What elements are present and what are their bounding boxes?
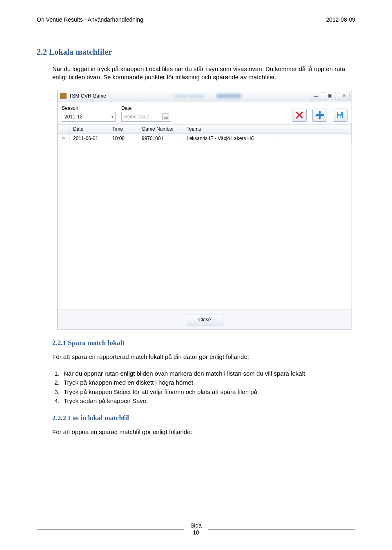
header-right: 2012-08-09 xyxy=(326,16,355,23)
delete-button[interactable] xyxy=(292,109,307,122)
col-header-teams[interactable]: Teams xyxy=(183,125,272,134)
date-field: Date Select Date.. xyxy=(121,105,171,122)
subsection1-intro: För att spara en rapporterad match lokal… xyxy=(52,353,355,361)
list-item: Tryck på knappen med en diskett i högra … xyxy=(61,378,355,387)
floppy-disk-icon xyxy=(336,111,344,119)
plus-icon xyxy=(315,111,324,120)
window-title: TSM OVR Game xyxy=(69,93,106,99)
titlebar-blurred-area: Game Number xyxy=(106,94,310,98)
svg-rect-1 xyxy=(338,112,341,114)
season-label: Season xyxy=(62,105,116,111)
cell-teams: Leksands IF - Växjö Lakers HC xyxy=(183,134,272,143)
close-window-button[interactable]: ✕ xyxy=(338,92,350,100)
cell-date: 2011-06-01 xyxy=(70,134,109,143)
date-label: Date xyxy=(121,105,171,111)
save-button[interactable] xyxy=(333,109,347,122)
table-row[interactable]: > 2011-06-01 10:00 99701001 Leksands IF … xyxy=(58,134,352,143)
list-item: Tryck på knappen Select för att välja fi… xyxy=(61,387,355,397)
subsection2-intro: För att öppna en sparad matchfil gör enl… xyxy=(52,428,355,436)
svg-point-3 xyxy=(339,116,341,117)
maximize-button[interactable]: ▣ xyxy=(324,92,336,100)
date-picker[interactable]: Select Date.. xyxy=(121,112,171,122)
close-dialog-button[interactable]: Close xyxy=(186,314,223,325)
page-footer: Sida 10 xyxy=(37,522,355,536)
cell-game-number: 99701001 xyxy=(138,134,183,143)
grid-body: > 2011-06-01 10:00 99701001 Leksands IF … xyxy=(58,134,352,310)
season-combo[interactable]: 2011-12 ▾ xyxy=(62,112,116,122)
list-item: När du öppnar rutan enligt bilden ovan m… xyxy=(61,369,355,379)
minimize-button[interactable]: — xyxy=(310,92,322,100)
season-value: 2011-12 xyxy=(65,114,82,120)
calendar-icon xyxy=(163,114,169,120)
chevron-down-icon: ▾ xyxy=(111,115,114,119)
page-number-block: Sida 10 xyxy=(184,522,208,536)
window-controls: — ▣ ✕ xyxy=(310,92,350,100)
app-window: TSM OVR Game Game Number — ▣ ✕ Season 20… xyxy=(57,90,352,330)
titlebar: TSM OVR Game Game Number — ▣ ✕ xyxy=(58,90,352,102)
x-icon xyxy=(295,111,303,119)
window-footer: Close xyxy=(58,310,352,330)
cell-time: 10:00 xyxy=(109,134,138,143)
col-header-date[interactable]: Date xyxy=(70,125,109,134)
row-selector: > xyxy=(58,134,70,143)
page-header: On Venue Results - Användarhandledning 2… xyxy=(37,16,355,23)
toolbar: Season 2011-12 ▾ Date Select Date.. xyxy=(58,102,352,124)
col-header-game-number[interactable]: Game Number xyxy=(138,125,183,134)
col-header-time[interactable]: Time xyxy=(109,125,138,134)
subsection-heading-1: 2.2.1 Spara match lokalt xyxy=(52,339,355,347)
add-button[interactable] xyxy=(312,109,327,122)
header-left: On Venue Results - Användarhandledning xyxy=(37,16,143,23)
section-intro: När du loggat in tryck på knappen Local … xyxy=(52,65,355,82)
date-placeholder: Select Date.. xyxy=(124,114,152,120)
section-heading: 2.2 Lokala matchfiler xyxy=(37,47,355,57)
app-icon xyxy=(60,93,67,99)
subsection1-steps: När du öppnar rutan enligt bilden ovan m… xyxy=(52,369,355,406)
subsection-heading-2: 2.2.2 Läs in lokal matchfil xyxy=(52,414,355,422)
grid-header: Date Time Game Number Teams xyxy=(58,124,352,134)
season-field: Season 2011-12 ▾ xyxy=(62,105,116,122)
list-item: Tryck sedan på knappen Save. xyxy=(61,396,355,406)
